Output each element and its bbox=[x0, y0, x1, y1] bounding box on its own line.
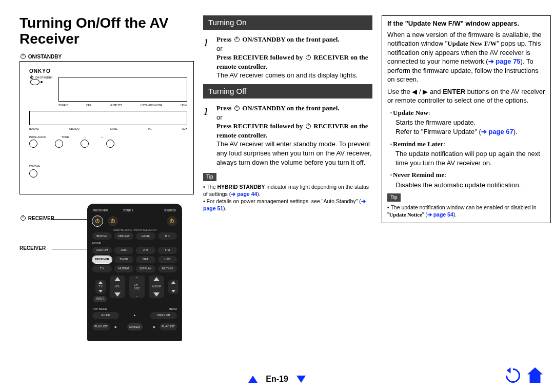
callout-receiver-1: RECEIVER bbox=[19, 215, 54, 222]
panel-button-row: BD/DVDCBL/SAT GAMEPC AUX bbox=[29, 127, 187, 131]
remote-btn: PREV CH bbox=[150, 312, 177, 319]
tip-label: Tip bbox=[387, 193, 401, 202]
remote-btn-input: INPUT bbox=[93, 296, 107, 302]
remote-btn: TV/CD bbox=[114, 256, 134, 263]
panel-phones-label: PHONES bbox=[29, 164, 40, 168]
section-turning-off: Turning Off bbox=[203, 84, 372, 99]
power-icon bbox=[21, 54, 26, 59]
power-icon bbox=[30, 76, 33, 79]
next-page-icon[interactable] bbox=[296, 376, 306, 383]
page-number: En-19 bbox=[266, 374, 288, 385]
remote-zone2-label: ZONE 2 bbox=[123, 209, 133, 212]
remote-btn: GUIDE bbox=[92, 312, 119, 319]
link-page-67[interactable]: ➔ page 67 bbox=[481, 128, 513, 135]
power-icon bbox=[21, 215, 26, 221]
power-icon bbox=[306, 55, 311, 60]
remote-mode-prefix: MODE bbox=[92, 242, 101, 245]
remote-btn: F M bbox=[158, 247, 177, 254]
step-body: Press ON/STANDBY on the front panel. or … bbox=[216, 35, 372, 80]
step-number: 1 bbox=[203, 104, 211, 167]
prev-page-icon[interactable] bbox=[248, 376, 258, 383]
remote-diagram: RECEIVER ZONE 2 SOURCE REMOTE MODE / INP… bbox=[87, 204, 182, 341]
callout-onstandby: ON/STANDBY bbox=[19, 53, 194, 61]
panel-phones-jack bbox=[29, 169, 37, 178]
remote-source-label: SOURCE bbox=[164, 209, 176, 212]
front-panel-diagram: ONKYO ON/STANDBY ZONE 2OFF MUTE ???LISTE… bbox=[19, 61, 194, 194]
remote-receiver-label: RECEIVER bbox=[93, 209, 108, 212]
panel-knobs bbox=[29, 140, 114, 148]
panel-led bbox=[41, 81, 43, 83]
remote-btn: GAME bbox=[136, 232, 155, 240]
remote-btn: AUX bbox=[114, 247, 134, 254]
remote-btn: USB bbox=[158, 256, 177, 263]
remote-btn: MUTING bbox=[114, 265, 134, 272]
panel-power-button bbox=[30, 79, 39, 85]
remote-btn: MUTING bbox=[158, 265, 177, 272]
section-turning-on: Turning On bbox=[203, 15, 372, 30]
remote-btn: A M bbox=[136, 247, 155, 254]
panel-display bbox=[58, 77, 187, 102]
callout-receiver-2: RECEIVER bbox=[19, 245, 46, 252]
remote-btn: NET bbox=[136, 256, 155, 263]
power-icon bbox=[306, 124, 311, 129]
remote-btn-receiver: RECEIVER bbox=[92, 256, 112, 263]
panel-tiny-caption: PURE AUDIOTONE –+ bbox=[29, 135, 103, 139]
remote-btn: PLAYLIST bbox=[92, 323, 110, 330]
link-page-44[interactable]: ➔ page 44 bbox=[231, 191, 257, 197]
panel-strip bbox=[29, 111, 187, 125]
step-body: Press ON/STANDBY on the front panel. or … bbox=[216, 104, 372, 167]
remote-btn: P C bbox=[158, 232, 177, 240]
tip-label: Tip bbox=[203, 173, 216, 181]
back-icon[interactable] bbox=[503, 365, 523, 386]
remote-navpad: T V VOL +CH DISC– ALBUM INPUT bbox=[92, 275, 177, 304]
fw-box-heading: If the "Update New F/W" window appears. bbox=[387, 19, 545, 28]
home-icon[interactable] bbox=[527, 367, 543, 383]
link-page-54[interactable]: ➔ page 54 bbox=[427, 211, 453, 218]
remote-menu-label: MENU bbox=[169, 307, 177, 311]
remote-btn: CUSTOM bbox=[92, 247, 112, 254]
remote-btn: CBL/SAT bbox=[114, 232, 134, 240]
remote-power-source bbox=[167, 216, 177, 226]
remote-btn: DISPLAY bbox=[136, 265, 155, 272]
link-page-75[interactable]: ➔ page 75 bbox=[488, 57, 521, 65]
firmware-update-box: If the "Update New F/W" window appears. … bbox=[382, 15, 551, 223]
power-icon bbox=[234, 37, 240, 42]
remote-arrow-up: ▲ bbox=[122, 312, 148, 319]
remote-power-zone2 bbox=[108, 216, 118, 226]
remote-topmenu-label: TOP MENU bbox=[92, 307, 107, 311]
remote-btn: T V bbox=[92, 265, 112, 272]
tip-body: • The update notification window can be … bbox=[387, 204, 545, 219]
remote-power-receiver bbox=[92, 216, 103, 226]
power-icon bbox=[234, 106, 240, 111]
page-title: Turning On/Off the AV Receiver bbox=[19, 15, 194, 47]
panel-tiny-labels: ZONE 2OFF MUTE ???LISTENING MODE HDMI bbox=[58, 104, 187, 107]
remote-mode-sublabel: REMOTE MODE / INPUT SELECTOR bbox=[92, 228, 177, 232]
remote-btn: BD/DVD bbox=[92, 232, 112, 240]
tip-body: • The HYBRID STANDBY indicator may light… bbox=[203, 183, 372, 212]
step-number: 1 bbox=[203, 35, 211, 80]
brand-logo: ONKYO bbox=[29, 68, 51, 75]
remote-btn-enter: ENTER bbox=[127, 323, 143, 330]
remote-btn: PLAYLIST bbox=[160, 323, 177, 330]
